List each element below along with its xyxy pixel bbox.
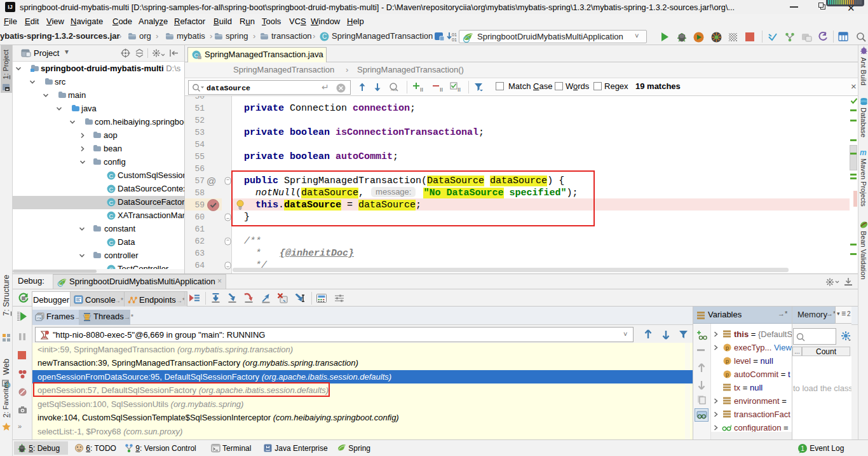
svg-text:C: C	[109, 199, 114, 206]
svg-text:II: II	[420, 86, 423, 93]
svg-text:p: p	[726, 371, 729, 378]
svg-text:01: 01	[452, 32, 457, 37]
svg-text:C: C	[322, 33, 327, 40]
svg-text:C: C	[109, 172, 114, 179]
svg-text:II: II	[440, 86, 443, 93]
svg-text:01: 01	[452, 38, 457, 42]
svg-text:p: p	[726, 358, 729, 364]
svg-text:C: C	[109, 212, 114, 219]
svg-text:<s: <s	[37, 316, 42, 321]
svg-text:p: p	[726, 345, 729, 351]
svg-text:C: C	[109, 186, 114, 193]
svg-text:1: 1	[801, 445, 804, 452]
svg-text:C: C	[109, 239, 114, 246]
svg-text:II: II	[458, 86, 461, 93]
svg-text:ALL: ALL	[391, 88, 397, 92]
